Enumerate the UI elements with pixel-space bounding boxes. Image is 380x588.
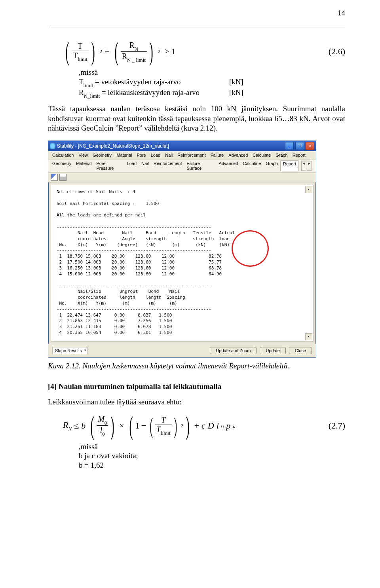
maximize-button[interactable]: ❐ [295, 142, 304, 150]
menu-item[interactable]: Material [114, 152, 134, 158]
report-row: 2 17.500 14.003 20.00 123.60 12.00 75.77 [57, 260, 309, 266]
report-row: 4 15.000 12.003 20.00 123.60 12.00 64.90 [57, 271, 309, 277]
figure-caption: Kuva 2.12. Naulojen laskennassa käytetyt… [48, 362, 345, 370]
tab-bar: Geometry Material Pore Pressure Load Nai… [48, 159, 316, 173]
report-dash: ----------------------------------------… [57, 224, 309, 230]
report-header: No. X(m) Y(m) (m) (m) (m) [57, 301, 309, 307]
tab[interactable]: Reinforcement [151, 160, 184, 171]
report-line: No. of rows of Soil Nails : 4 [57, 189, 309, 195]
print-icon[interactable] [59, 174, 66, 181]
menu-item[interactable]: Geometry [90, 152, 114, 158]
section-heading: [4] Naulan murtuminen taipumalla tai lei… [48, 382, 345, 391]
eq2-definitions: ,missä b ja c ovat vakioita; b = 1,62 [79, 442, 345, 470]
report-dash: ----------------------------------------… [57, 307, 309, 313]
paragraph-1: Tässä tapauksessa naulan teräsosa kestäi… [48, 104, 345, 133]
menu-item[interactable]: View [76, 152, 90, 158]
menu-item[interactable]: Load [148, 152, 163, 158]
tab[interactable]: Graph [263, 160, 280, 171]
scroll-up-icon[interactable]: ▴ [305, 186, 312, 193]
tab[interactable]: Material [74, 160, 94, 171]
tab-report[interactable]: Report [280, 160, 299, 171]
menu-item[interactable]: Graph [273, 152, 290, 158]
report-dash: ----------------------------------------… [57, 248, 309, 254]
report-header: Nail Head Nail Bond Length Tensile Actua… [57, 230, 309, 236]
report-line: All the loads are defined per nail [57, 212, 309, 218]
minimize-button[interactable]: _ [285, 142, 294, 150]
eq1-definitions: ,missä Tlimit = vetokestävyyden raja-arv… [79, 68, 345, 99]
update-zoom-button[interactable]: Update and Zoom [210, 347, 256, 354]
report-row: 4 20.355 10.054 0.00 6.301 1.500 [57, 330, 309, 336]
menu-item[interactable]: Calculation [50, 152, 76, 158]
app-icon [50, 143, 55, 149]
tab[interactable]: Pore Pressure [94, 160, 124, 171]
menu-item[interactable]: Pore [135, 152, 148, 158]
close2-button[interactable]: Close [289, 347, 312, 354]
tab[interactable]: Advanced [217, 160, 241, 171]
report-row: 3 16.250 13.003 20.00 123.60 12.00 68.78 [57, 266, 309, 271]
button-bar: Slope Results Update and Zoom Update Clo… [48, 344, 316, 357]
tab[interactable]: Geometry [50, 160, 74, 171]
title-bar: Stability - [NG_Example2_NaturalSlope_12… [48, 141, 316, 151]
report-dash: ----------------------------------------… [57, 283, 309, 289]
page-number: 14 [338, 9, 345, 17]
toolbar [48, 173, 316, 182]
app-window: Stability - [NG_Example2_NaturalSlope_12… [48, 140, 316, 358]
report-header: coordinates length length Spacing [57, 295, 309, 301]
report-row: 1 18.750 15.003 20.00 123.60 12.00 82.78 [57, 254, 309, 260]
report-text-area: ▴ ▾ No. of rows of Soil Nails : 4 Soil n… [51, 185, 314, 341]
report-line: Soil nail horizontal spacing : 1.500 [57, 201, 309, 207]
tab[interactable]: Nail [139, 160, 151, 171]
scroll-down-icon[interactable]: ▾ [305, 333, 312, 340]
update-button[interactable]: Update [260, 347, 285, 354]
save-icon[interactable] [51, 174, 58, 181]
menu-item[interactable]: Advanced [226, 152, 250, 158]
menu-item[interactable]: Failure [208, 152, 226, 158]
equation-2-7: RN ≤ b ( M0 l0 ) × ( 1 − ( T [63, 415, 345, 436]
equation-2-6: ( T Tlimit ) 2 + ( RN RN _ limit ) 2 ≥ 1… [63, 41, 345, 62]
tab[interactable]: Load [125, 160, 139, 171]
paragraph-2: Leikkausvoiman tulee täyttää seuraava eh… [48, 397, 345, 407]
tab[interactable]: Calculate [241, 160, 264, 171]
report-row: 2 21.863 12.415 0.00 7.356 1.500 [57, 318, 309, 324]
eq-number-2-6: (2.6) [329, 46, 345, 57]
menu-item[interactable]: Calculate [250, 152, 273, 158]
tab-scroll-right-icon[interactable]: ▸ [307, 161, 312, 171]
menu-item[interactable]: Nail [163, 152, 175, 158]
tab-scroll-left-icon[interactable]: ◂ [301, 161, 306, 171]
menu-item[interactable]: Report [290, 152, 308, 158]
close-button[interactable]: × [306, 142, 314, 150]
report-row: 1 22.474 13.647 0.00 8.037 1.500 [57, 313, 309, 319]
slope-dropdown[interactable]: Slope Results [52, 347, 88, 354]
window-title: Stability - [NG_Example2_NaturalSlope_12… [57, 143, 169, 149]
eq-number-2-7: (2.7) [329, 421, 345, 431]
menu-bar: Calculation View Geometry Material Pore … [48, 151, 316, 159]
report-header: coordinates Angle strength strength load [57, 236, 309, 242]
report-header: Nail/Slip Ungrout Bond Nail [57, 289, 309, 295]
top-rule [48, 27, 345, 27]
report-row: 3 21.251 11.183 0.00 6.678 1.500 [57, 324, 309, 330]
report-header: No. X(m) Y(m) (degree) (kN) (m) (kN) (kN… [57, 242, 309, 248]
menu-item[interactable]: Reinforcement [175, 152, 208, 158]
tab[interactable]: Failure Surface [184, 160, 217, 171]
